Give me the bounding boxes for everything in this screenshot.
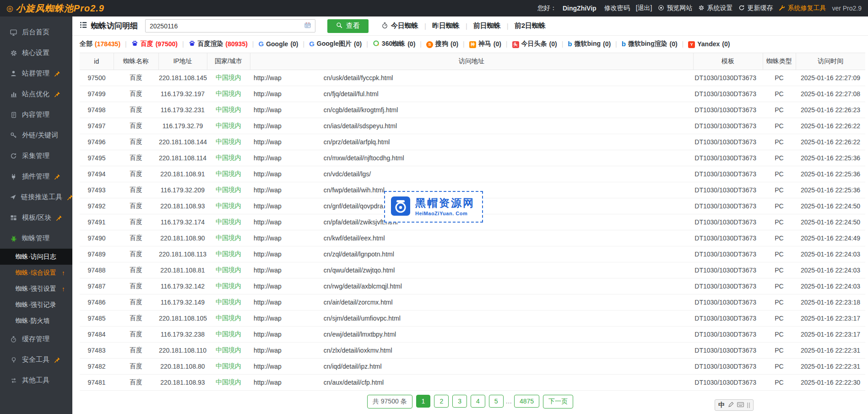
sidebar-item-site-optimize[interactable]: 站点优化: [0, 84, 72, 104]
cell-region: 中国境内: [207, 310, 250, 327]
sidebar-item-core-settings[interactable]: 核心设置: [0, 43, 72, 63]
separator: |: [466, 22, 467, 30]
sidebar-item-push-tools[interactable]: 链接推送工具: [0, 187, 72, 207]
sidebar-item-spider[interactable]: 蜘蛛管理: [0, 228, 72, 249]
filter-toutiao[interactable]: 头今日头条(0): [512, 40, 557, 48]
view-button[interactable]: 查看: [327, 19, 369, 33]
cell-visit-url[interactable]: http://wapcn/air/detail/zorcmx.html: [250, 294, 693, 310]
sidebar-item-content[interactable]: 内容管理: [0, 104, 72, 125]
filter-sogou[interactable]: S搜狗(0): [426, 40, 458, 48]
cell-visit-url[interactable]: http://wapcn/kwf/detail/eex.html: [250, 230, 693, 246]
cell-visit-url[interactable]: http://wapcn/fjq/detail/ful.html: [250, 86, 693, 102]
monitor-icon: [10, 29, 17, 36]
sidebar-item-security[interactable]: 安全工具: [0, 349, 72, 370]
cell-visit-url[interactable]: http://wapcn/zlx/detail/ioxkmv.html: [250, 343, 693, 359]
cell-visit-url[interactable]: http://wapcn/qwu/detail/zwjtqo.html: [250, 262, 693, 278]
cell-visit-url[interactable]: http://wapcn/prz/detail/arfplq.html: [250, 134, 693, 150]
page-button-3[interactable]: 3: [452, 395, 467, 408]
ime-keyboard-icon[interactable]: [737, 402, 744, 409]
change-password-link[interactable]: 修改密码: [604, 4, 630, 12]
cell-visit-url[interactable]: http://wapcn/ewj/detail/lmxtbpy.html: [250, 327, 693, 343]
page-button-last[interactable]: 4875: [514, 395, 539, 408]
filter-label: 今日头条: [521, 40, 547, 48]
ime-lang-indicator[interactable]: 中: [718, 401, 725, 409]
spider-icon: [10, 235, 17, 242]
sidebar-item-site-group[interactable]: 站群管理: [0, 63, 72, 84]
sidebar-item-spider-force-log[interactable]: 蜘蛛·强引记录: [0, 297, 72, 313]
cell-visit-url[interactable]: http://wapcn/aux/detail/cfp.html: [250, 375, 693, 391]
filter-yandex[interactable]: YYandex(0): [688, 40, 730, 48]
cell-visit-url[interactable]: http://wapcn/rwg/detail/axblcmqjl.html: [250, 278, 693, 294]
page-button-5[interactable]: 5: [489, 395, 504, 408]
filter-bing[interactable]: b微软bing(0): [568, 40, 611, 48]
page-button-2[interactable]: 2: [434, 395, 449, 408]
cell-spider-name: 百度: [114, 327, 158, 343]
ime-language-bar[interactable]: 中: [715, 399, 754, 411]
cell-ip: 220.181.108.80: [158, 359, 207, 375]
filter-label: 百度: [141, 40, 153, 48]
ime-drag-handle[interactable]: [747, 403, 750, 408]
cell-ip: 220.181.108.110: [158, 343, 207, 359]
filter-shenma[interactable]: 神神马(0): [469, 40, 501, 48]
cell-visit-time: 2025-01-16 22:22:30: [796, 375, 865, 391]
filter-google-img[interactable]: GGoogle图片(0): [309, 40, 362, 48]
sidebar-item-spider-log[interactable]: 蜘蛛·访问日志: [0, 249, 72, 265]
calendar-icon[interactable]: [304, 22, 311, 30]
sidebar-item-other-tools[interactable]: 其他工具: [0, 370, 72, 391]
cell-visit-url[interactable]: http://wapcn/cgb/detail/krogtmfj.html: [250, 102, 693, 118]
cell-visit-time: 2025-01-16 22:22:31: [796, 343, 865, 359]
cell-spider-name: 百度: [114, 310, 158, 327]
next-page-button[interactable]: 下一页: [543, 395, 573, 409]
logout-link[interactable]: [退出]: [636, 4, 652, 12]
filter-baidu-render[interactable]: 百度渲染(80935): [189, 40, 248, 48]
cell-visit-url[interactable]: http://wapcn/usk/detail/fyccpk.html: [250, 70, 693, 86]
quick-link-0[interactable]: 今日蜘蛛: [381, 22, 418, 30]
filter-baidu[interactable]: 百度(97500): [131, 40, 178, 48]
sidebar-item-spider-firewall[interactable]: 蜘蛛·防火墙: [0, 313, 72, 329]
sidebar-item-home[interactable]: 后台首页: [0, 22, 72, 43]
system-settings-link[interactable]: 系统设置: [698, 4, 732, 12]
shenma-icon: 神: [469, 40, 476, 48]
date-value: 20250116: [150, 22, 178, 30]
cell-visit-url[interactable]: http://wapcn/iqd/detail/ipz.html: [250, 359, 693, 375]
column-header: IP地址: [158, 53, 207, 70]
sidebar-item-plugins[interactable]: 插件管理: [0, 166, 72, 187]
quick-link-2[interactable]: 前日蜘蛛: [473, 22, 501, 30]
table-row: 97481百度220.181.108.93中国境内http://wapcn/au…: [80, 375, 865, 391]
quick-link-3[interactable]: 前2日蜘蛛: [515, 22, 546, 30]
cell-visit-url[interactable]: http://wapcn/vdc/detail/lgs/: [250, 166, 693, 182]
refresh-cache-link[interactable]: 更新缓存: [738, 4, 773, 12]
cell-spider-name: 百度: [114, 198, 158, 214]
cell-visit-url[interactable]: http://wapcn/mxw/detail/njftocdhg.html: [250, 150, 693, 166]
filter-google[interactable]: GGoogle(0): [259, 40, 298, 48]
cell-spider-type: PC: [763, 214, 796, 230]
cell-visit-time: 2025-01-16 22:24:50: [796, 214, 865, 230]
sidebar-item-templates[interactable]: 模板/区块: [0, 207, 72, 228]
separator: |: [463, 40, 465, 48]
key-icon: [10, 132, 17, 139]
separator: |: [420, 40, 422, 48]
preview-site-link[interactable]: 预览网站: [658, 4, 692, 12]
sidebar-item-label: 核心设置: [22, 49, 49, 57]
cell-visit-url[interactable]: http://wapcn/ias/detail/sdspeyu.html: [250, 118, 693, 134]
cell-region: 中国境内: [207, 86, 250, 102]
date-input[interactable]: 20250116: [145, 19, 315, 33]
system-repair-link[interactable]: 系统修复工具: [779, 4, 826, 12]
sidebar-item-collect[interactable]: 采集管理: [0, 146, 72, 166]
filter-all[interactable]: 全部(178435): [80, 40, 120, 48]
cell-visit-url[interactable]: http://wapcn/sjm/detail/umfiovpc.html: [250, 310, 693, 327]
filter-bing-render[interactable]: b微软bing渲染(0): [622, 40, 678, 48]
ime-pencil-icon[interactable]: [728, 402, 734, 409]
filter-360[interactable]: 360蜘蛛(0): [373, 40, 415, 48]
sidebar-item-spider-force[interactable]: 蜘蛛·强引设置↑: [0, 281, 72, 297]
sidebar-item-spider-general[interactable]: 蜘蛛·综合设置↑: [0, 265, 72, 281]
360-icon: [373, 40, 380, 48]
toolbar: 蜘蛛访问明细 20250116 查看 今日蜘蛛|昨日蜘蛛|前日蜘蛛|前2日蜘蛛: [72, 16, 868, 36]
page-button-4[interactable]: 4: [471, 395, 485, 408]
cell-visit-url[interactable]: http://wapcn/zql/detail/lgnpotn.html: [250, 246, 693, 262]
sidebar-item-links-keywords[interactable]: 外链/关键词: [0, 125, 72, 146]
quick-link-1[interactable]: 昨日蜘蛛: [432, 22, 460, 30]
page-button-1[interactable]: 1: [416, 395, 431, 408]
sidebar-item-cache[interactable]: 缓存管理: [0, 329, 72, 349]
filter-count: (0): [354, 40, 362, 48]
